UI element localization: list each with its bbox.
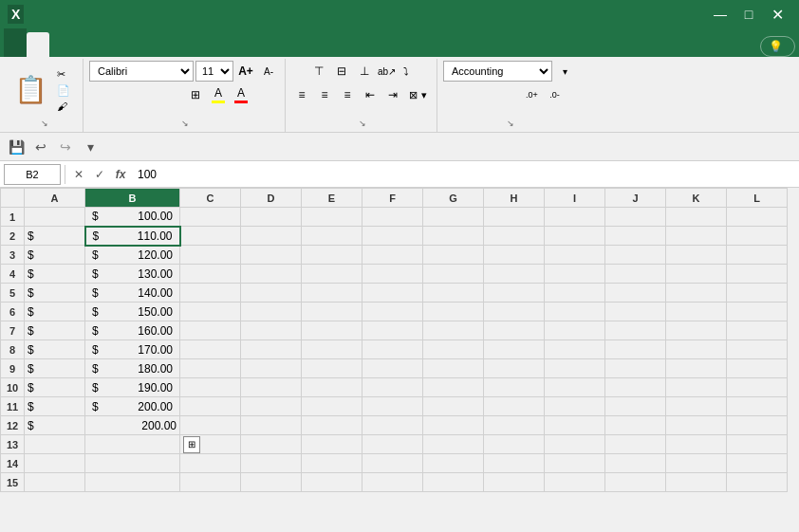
cell-F8[interactable] xyxy=(362,340,423,359)
col-header-C[interactable]: C xyxy=(180,189,241,208)
cell-K9[interactable] xyxy=(666,359,727,378)
row-header-10[interactable]: 10 xyxy=(1,378,25,397)
row-header-8[interactable]: 8 xyxy=(1,340,25,359)
row-header-6[interactable]: 6 xyxy=(1,303,25,321)
cell-I6[interactable] xyxy=(545,303,605,321)
cell-F14[interactable] xyxy=(362,454,423,473)
cell-L8[interactable] xyxy=(727,340,788,359)
cell-L9[interactable] xyxy=(727,359,788,378)
cell-G14[interactable] xyxy=(423,454,484,473)
tab-insert[interactable] xyxy=(49,32,72,57)
cell-D1[interactable] xyxy=(241,208,302,227)
cell-A12[interactable]: $ xyxy=(25,416,85,435)
tab-formulas[interactable] xyxy=(95,32,118,57)
cell-J7[interactable] xyxy=(605,321,666,340)
tell-me-box[interactable]: 💡 xyxy=(760,36,795,57)
cell-H4[interactable] xyxy=(484,265,545,284)
cell-B4[interactable]: $130.00 xyxy=(85,265,180,284)
decrease-font-button[interactable]: A- xyxy=(258,61,279,82)
cell-E2[interactable] xyxy=(302,227,362,246)
cell-J14[interactable] xyxy=(605,454,666,473)
cell-A13[interactable] xyxy=(25,435,85,454)
cell-K12[interactable] xyxy=(666,416,727,435)
cell-F1[interactable] xyxy=(362,208,423,227)
col-header-D[interactable]: D xyxy=(241,189,302,208)
paste-button[interactable]: 📋 xyxy=(9,61,51,119)
cell-I4[interactable] xyxy=(545,265,605,284)
cell-E14[interactable] xyxy=(302,454,362,473)
number-expand-icon[interactable]: ↘ xyxy=(507,119,514,128)
save-button[interactable]: 💾 xyxy=(6,137,27,157)
cell-J9[interactable] xyxy=(605,359,666,378)
cell-E8[interactable] xyxy=(302,340,362,359)
cell-B9[interactable]: $180.00 xyxy=(85,359,180,378)
close-button[interactable]: ✕ xyxy=(763,0,791,28)
cell-G5[interactable] xyxy=(423,284,484,303)
cell-E13[interactable] xyxy=(302,435,362,454)
col-header-G[interactable]: G xyxy=(423,189,484,208)
cell-A8[interactable]: $ xyxy=(25,340,85,359)
cancel-formula-button[interactable]: ✕ xyxy=(69,165,88,184)
cell-F15[interactable] xyxy=(362,473,423,492)
cell-L5[interactable] xyxy=(727,284,788,303)
cell-I13[interactable] xyxy=(545,435,605,454)
cell-A6[interactable]: $ xyxy=(25,303,85,321)
underline-button[interactable] xyxy=(162,84,183,105)
cell-G15[interactable] xyxy=(423,473,484,492)
cell-I2[interactable] xyxy=(545,227,605,246)
align-right-button[interactable]: ≡ xyxy=(337,84,358,105)
cell-J2[interactable] xyxy=(605,227,666,246)
middle-align-button[interactable]: ⊟ xyxy=(331,61,352,82)
cell-H1[interactable] xyxy=(484,208,545,227)
cell-E15[interactable] xyxy=(302,473,362,492)
cell-H3[interactable] xyxy=(484,246,545,265)
cell-K8[interactable] xyxy=(666,340,727,359)
cell-J3[interactable] xyxy=(605,246,666,265)
font-size-select[interactable]: 11 xyxy=(195,61,233,82)
cell-I15[interactable] xyxy=(545,473,605,492)
cell-D5[interactable] xyxy=(241,284,302,303)
cell-J12[interactable] xyxy=(605,416,666,435)
cell-L10[interactable] xyxy=(727,378,788,397)
cell-E7[interactable] xyxy=(302,321,362,340)
dollar-button[interactable] xyxy=(454,84,474,105)
cell-I3[interactable] xyxy=(545,246,605,265)
cell-A5[interactable]: $ xyxy=(25,284,85,303)
cell-G2[interactable] xyxy=(423,227,484,246)
align-center-button[interactable]: ≡ xyxy=(314,84,335,105)
cell-J13[interactable] xyxy=(605,435,666,454)
cell-B12[interactable]: 200.00 xyxy=(85,416,180,435)
cell-I1[interactable] xyxy=(545,208,605,227)
cell-L14[interactable] xyxy=(727,454,788,473)
row-header-5[interactable]: 5 xyxy=(1,284,25,303)
copy-button[interactable]: 📄 xyxy=(53,83,77,98)
cell-H9[interactable] xyxy=(484,359,545,378)
cell-I12[interactable] xyxy=(545,416,605,435)
decrease-decimal-button[interactable]: .0- xyxy=(545,84,566,105)
border-button[interactable]: ⊞ xyxy=(185,84,206,105)
cell-C9[interactable] xyxy=(180,359,241,378)
cell-E3[interactable] xyxy=(302,246,362,265)
cell-K14[interactable] xyxy=(666,454,727,473)
cell-D13[interactable] xyxy=(241,435,302,454)
cell-G9[interactable] xyxy=(423,359,484,378)
cell-H14[interactable] xyxy=(484,454,545,473)
cell-G10[interactable] xyxy=(423,378,484,397)
cell-G6[interactable] xyxy=(423,303,484,321)
fill-color-button[interactable]: A xyxy=(208,84,229,105)
cell-E5[interactable] xyxy=(302,284,362,303)
bold-button[interactable] xyxy=(117,84,138,105)
cell-B13[interactable] xyxy=(85,435,180,454)
row-header-2[interactable]: 2 xyxy=(1,227,25,246)
redo-button[interactable]: ↪ xyxy=(55,137,76,157)
cell-A14[interactable] xyxy=(25,454,85,473)
cell-B7[interactable]: $160.00 xyxy=(85,321,180,340)
cell-F3[interactable] xyxy=(362,246,423,265)
cell-C3[interactable] xyxy=(180,246,241,265)
cell-F12[interactable] xyxy=(362,416,423,435)
cell-C1[interactable] xyxy=(180,208,241,227)
decrease-indent-button[interactable]: ⇤ xyxy=(360,84,381,105)
clipboard-expand-icon[interactable]: ↘ xyxy=(41,119,48,128)
cell-F11[interactable] xyxy=(362,397,423,416)
cell-D4[interactable] xyxy=(241,265,302,284)
